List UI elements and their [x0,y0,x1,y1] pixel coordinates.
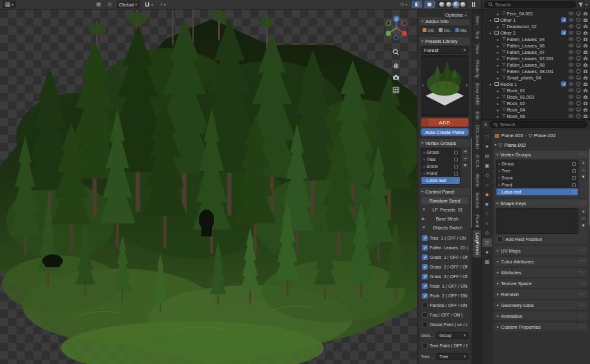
disable-render-icon[interactable] [583,101,588,106]
outliner-row[interactable]: ▽ Fallen_Leaves_08.001 [482,68,590,74]
lock-icon[interactable] [454,158,458,161]
addon-info-tab[interactable]: Do... [437,26,452,34]
proportional-editing-button[interactable]: ○ ▾ [158,1,168,8]
disable-viewport-icon[interactable] [576,44,581,48]
sidebar-tab[interactable]: LazyForest [473,230,481,258]
auto-create-plane-button[interactable]: Auto Create Plane [421,128,469,136]
checkbox[interactable] [422,302,428,308]
tree-paint-switch-row[interactable]: Tree Paint ( OFF / ON ) [421,342,469,350]
vertex-group-row[interactable]: ▿ Group [421,149,460,156]
outliner-row[interactable]: ▽ Fallen_Leaves_07 [482,49,590,55]
hide-eye-icon[interactable] [568,12,574,15]
collection-checkbox[interactable] [561,81,566,87]
properties-tab-object-icon[interactable]: ■ [482,190,492,199]
disable-viewport-icon[interactable] [576,12,581,16]
outliner-row[interactable]: ▽ Fallen_Leaves_06 [482,42,590,49]
object-switch-row[interactable]: Fog ( OFF / ON ) [421,311,469,319]
hide-eye-icon[interactable] [568,18,574,22]
vertex-group-row[interactable]: ▿ Snow [496,174,578,181]
disable-viewport-icon[interactable] [576,50,581,54]
vertex-group-row[interactable]: ▿ Lotus leaf [421,177,460,184]
shape-keys-list[interactable] [496,208,578,234]
lock-icon[interactable] [454,179,458,183]
shading-wireframe-icon[interactable] [439,2,444,7]
disable-render-icon[interactable] [583,44,588,48]
disable-viewport-icon[interactable] [576,37,581,42]
disclosure-icon[interactable] [497,24,501,29]
outliner-row[interactable]: ▽ Fern_04.001 [482,10,590,17]
checkbox[interactable] [422,322,428,327]
collapsed-panel[interactable]: ▸ Custom Properties ∷∷ [494,322,588,331]
outliner-row[interactable]: ▽ Rock_04 [482,106,590,113]
disable-viewport-icon[interactable] [576,82,581,87]
properties-tab-modifiers-icon[interactable]: ■ [482,200,492,208]
disable-render-icon[interactable] [583,37,588,42]
collapsed-panel[interactable]: ▸ Attributes ∷∷ [494,268,588,277]
disclosure-icon[interactable] [497,63,501,67]
preset-category-dropdown[interactable]: Forest ▾ [421,46,469,54]
sidebar-tab[interactable]: Plasticity [473,58,481,81]
properties-tab-tool-icon[interactable]: □ [482,133,492,141]
disable-render-icon[interactable] [583,12,588,16]
outliner-row[interactable]: ▽ Rock_02 [482,100,590,106]
lock-icon[interactable] [572,176,576,180]
collapsed-panel[interactable]: ▸ Color Attributes ∷∷ [494,257,588,266]
hide-eye-icon[interactable] [568,69,574,73]
random-seed-button[interactable]: Random Seed [421,197,469,204]
select-mode-button[interactable]: ▦ [94,1,103,8]
properties-editor-icon[interactable]: ≡ [484,122,487,128]
panel-grip-icon[interactable]: ∷∷ [578,324,586,329]
add-item-button[interactable]: + [580,208,587,215]
properties-tab-object-data-icon[interactable]: ▽ [482,238,492,247]
panel-grip-icon[interactable]: ∷∷ [579,152,586,157]
shading-solid-icon[interactable] [446,2,451,7]
disable-viewport-icon[interactable] [576,101,581,106]
panel-grip-icon[interactable]: ∷∷ [578,270,586,275]
disclosure-icon[interactable] [489,82,493,87]
disable-render-icon[interactable] [583,69,588,74]
properties-tab-output-icon[interactable]: ▤ [482,152,492,160]
specials-menu-button[interactable]: ▾ [462,162,469,169]
properties-tab-texture-icon[interactable]: ▦ [482,258,492,266]
checkbox[interactable] [497,236,503,242]
vertex-groups-header[interactable]: ▾ Vertex Groups ∷∷ [494,151,588,158]
vertex-group-row[interactable]: ▿ Tree [496,167,578,174]
outliner-row[interactable]: ▽ Deadwood_02 [482,23,590,29]
sidebar-tab[interactable]: Fluent [473,212,481,229]
addon-info-tab[interactable]: Ma... [453,26,469,34]
lock-icon[interactable] [572,190,576,194]
properties-tab-render-icon[interactable]: ● [482,142,492,151]
collection-checkbox[interactable] [561,17,566,22]
ortho-grid-icon[interactable] [392,87,400,94]
sidebar-tab[interactable]: Item [473,13,481,28]
lock-icon[interactable] [454,165,458,169]
shape-keys-header[interactable]: ▾ Shape Keys ∷∷ [494,199,588,207]
properties-tab-scene-icon[interactable]: ◇ [482,171,492,179]
disable-viewport-icon[interactable] [576,88,581,93]
disable-viewport-icon[interactable] [576,95,581,99]
pause-preview-button[interactable] [470,1,478,8]
shading-rendered-icon[interactable] [460,2,466,7]
sidebar-tab[interactable]: Tool [473,28,481,42]
disclosure-icon[interactable] [489,31,493,35]
outliner-row[interactable]: ▽ Small_plants_04 [482,74,590,81]
panel-grip-icon[interactable]: ∷∷ [578,302,586,308]
vertex-group-row[interactable]: ▿ Lotus leaf [496,188,578,195]
data-name-row[interactable]: ▾ ▽ Plane.002 [494,141,588,149]
checkbox[interactable] [422,343,428,349]
disclosure-icon[interactable] [497,95,501,99]
tree-group-dropdown[interactable]: Tree ▾ [436,353,469,360]
disclosure-icon[interactable] [497,56,501,61]
disable-viewport-icon[interactable] [576,31,581,35]
panel-grip-icon[interactable]: ∷∷ [578,259,586,264]
checkbox[interactable] [422,312,428,318]
lock-icon[interactable] [454,172,458,176]
collapsed-panel[interactable]: ▸ Texture Space ∷∷ [494,279,588,288]
vertex-group-row[interactable]: ▿ Snow [421,163,460,170]
disable-render-icon[interactable] [583,56,588,61]
sidebar-tab[interactable]: Edit [473,109,481,122]
outliner-row[interactable]: ▽ Fallen_Leaves_08 [482,62,590,68]
object-switch-row[interactable]: Tree_1 ( OFF / ON ) [421,234,469,242]
disable-viewport-icon[interactable] [576,63,581,67]
chevron-down-icon[interactable]: ▾ [586,3,587,6]
